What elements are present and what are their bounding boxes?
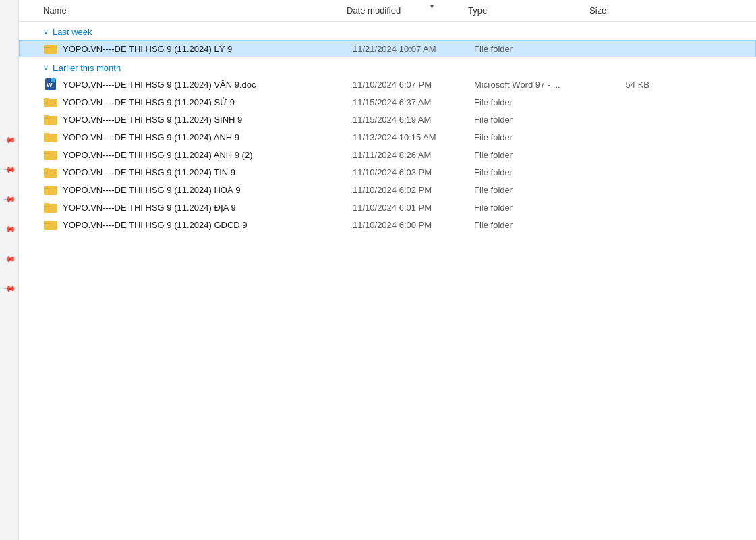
file-date: 11/13/2024 10:15 AM [353,132,474,142]
sort-arrow-icon: ▾ [430,3,434,10]
file-type: File folder [474,202,595,213]
file-name: YOPO.VN----DE THI HSG 9 (11.2024) GDCD 9 [63,220,353,230]
file-type: File folder [474,115,595,125]
file-name: YOPO.VN----DE THI HSG 9 (11.2024) ANH 9 [63,132,353,142]
file-type: File folder [474,220,595,230]
table-row[interactable]: YOPO.VN----DE THI HSG 9 (11.2024) SỬ 9 1… [19,93,756,111]
pin-icon-4[interactable]: 📌 [3,222,16,236]
file-name: YOPO.VN----DE THI HSG 9 (11.2024) SINH 9 [63,115,353,125]
folder-icon [44,184,57,196]
file-type: File folder [474,97,595,107]
file-name: YOPO.VN----DE THI HSG 9 (11.2024) ĐỊA 9 [63,202,353,213]
file-date: 11/10/2024 6:00 PM [353,220,474,230]
file-date: 11/15/2024 6:19 AM [353,115,474,125]
left-panel: 📌 📌 📌 📌 📌 📌 [0,0,19,540]
folder-icon [44,131,57,143]
table-row[interactable]: YOPO.VN----DE THI HSG 9 (11.2024) GDCD 9… [19,216,756,234]
word-icon: W [44,78,57,90]
table-row[interactable]: YOPO.VN----DE THI HSG 9 (11.2024) HOÁ 9 … [19,181,756,198]
svg-text:W: W [47,82,53,88]
group-toggle-icon-earlier-this-month: ∨ [43,63,49,72]
col-header-size[interactable]: Size [589,5,657,16]
table-row[interactable]: YOPO.VN----DE THI HSG 9 (11.2024) TIN 9 … [19,163,756,181]
file-date: 11/10/2024 6:07 PM [353,80,474,90]
main-content: ▾ Name Date modified Type Size ∨ Last we… [19,0,756,540]
folder-icon [44,219,57,231]
pin-icon-2[interactable]: 📌 [3,163,16,176]
file-date: 11/11/2024 8:26 AM [353,150,474,160]
group-header-earlier-this-month[interactable]: ∨ Earlier this month [19,57,756,76]
file-type: File folder [474,167,595,178]
col-header-type[interactable]: Type [468,5,589,16]
file-explorer: 📌 📌 📌 📌 📌 📌 ▾ Name Date modified Type Si… [0,0,756,540]
folder-icon [44,113,57,126]
file-name: YOPO.VN----DE THI HSG 9 (11.2024) ANH 9 … [63,150,353,160]
pin-icon-3[interactable]: 📌 [3,192,16,206]
folder-icon [44,96,57,108]
table-row[interactable]: YOPO.VN----DE THI HSG 9 (11.2024) ANH 9 … [19,128,756,146]
folder-icon [44,148,57,161]
file-type: File folder [474,185,595,195]
table-row[interactable]: YOPO.VN----DE THI HSG 9 (11.2024) ĐỊA 9 … [19,198,756,216]
file-type: Microsoft Word 97 - ... [474,80,595,90]
column-header-row: ▾ Name Date modified Type Size [19,0,756,22]
file-size: 54 KB [595,80,663,90]
table-row[interactable]: YOPO.VN----DE THI HSG 9 (11.2024) SINH 9… [19,111,756,128]
pin-icon-5[interactable]: 📌 [3,252,16,265]
folder-icon [44,201,57,213]
group-header-last-week[interactable]: ∨ Last week [19,22,756,40]
group-toggle-icon-last-week: ∨ [43,28,49,36]
group-label-last-week: Last week [53,27,92,37]
file-date: 11/21/2024 10:07 AM [353,44,474,54]
file-date: 11/10/2024 6:02 PM [353,185,474,195]
file-date: 11/10/2024 6:01 PM [353,202,474,213]
file-name: YOPO.VN----DE THI HSG 9 (11.2024) TIN 9 [63,167,353,178]
table-row[interactable]: W YOPO.VN----DE THI HSG 9 (11.2024) VĂN … [19,76,756,93]
file-name: YOPO.VN----DE THI HSG 9 (11.2024) SỬ 9 [63,97,353,107]
col-header-date[interactable]: Date modified [347,5,468,16]
file-name: YOPO.VN----DE THI HSG 9 (11.2024) LÝ 9 [63,44,353,54]
file-type: File folder [474,44,595,54]
pin-icon-6[interactable]: 📌 [3,281,16,295]
table-row[interactable]: YOPO.VN----DE THI HSG 9 (11.2024) ANH 9 … [19,146,756,163]
group-label-earlier-this-month: Earlier this month [53,63,121,73]
pin-icon-1[interactable]: 📌 [3,133,16,146]
table-row[interactable]: YOPO.VN----DE THI HSG 9 (11.2024) LÝ 9 1… [19,40,756,57]
col-header-name[interactable]: Name [43,5,347,16]
folder-icon [44,166,57,178]
file-name: YOPO.VN----DE THI HSG 9 (11.2024) VĂN 9.… [63,80,353,90]
file-date: 11/10/2024 6:03 PM [353,167,474,178]
file-type: File folder [474,132,595,142]
folder-icon [44,43,57,55]
file-type: File folder [474,150,595,160]
file-name: YOPO.VN----DE THI HSG 9 (11.2024) HOÁ 9 [63,185,353,195]
file-date: 11/15/2024 6:37 AM [353,97,474,107]
